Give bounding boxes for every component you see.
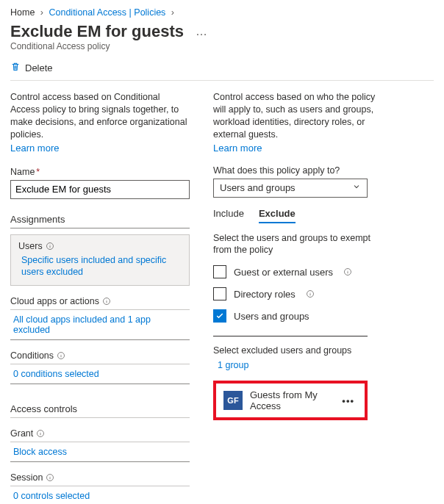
learn-more-link[interactable]: Learn more [10,143,190,154]
breadcrumb: Home › Conditional Access | Policies › [10,6,434,21]
left-panel: Control access based on Conditional Acce… [10,91,190,504]
checkbox-icon [213,265,226,278]
session-row[interactable]: Session 0 controls selected [10,472,190,504]
conditions-row[interactable]: Conditions 0 conditions selected [10,350,190,384]
include-exclude-tabs: Include Exclude [213,208,434,223]
tab-exclude[interactable]: Exclude [259,208,296,223]
checkbox-label: Users and groups [234,311,309,322]
name-input[interactable] [10,180,190,199]
info-icon[interactable] [306,289,315,298]
left-description: Control access based on Conditional Acce… [10,91,190,141]
checkbox-directory-roles[interactable]: Directory roles [213,287,434,300]
apply-to-value: Users and groups [220,182,296,193]
chevron-down-icon [352,182,361,193]
cloud-apps-label: Cloud apps or actions [10,296,99,306]
right-description: Control access based on who the policy w… [213,91,382,141]
assignments-header: Assignments [10,214,190,228]
exempt-description: Select the users and groups to exempt fr… [213,232,375,257]
page-title: Exclude EM for guests [10,22,184,41]
chevron-right-icon: › [171,7,174,18]
breadcrumb-home[interactable]: Home [10,7,35,18]
info-icon[interactable] [102,297,111,306]
excluded-group-highlight: GF Guests from My Access ••• [213,381,368,420]
cloud-apps-value: All cloud apps included and 1 app exclud… [10,310,190,340]
grant-label: Grant [10,428,33,439]
users-row[interactable]: Users Specific users included and specif… [10,234,190,287]
right-panel: Control access based on who the policy w… [213,91,434,504]
trash-icon [10,62,21,74]
access-controls-header: Access controls [10,403,190,418]
page-more-button[interactable]: … [191,26,212,37]
info-icon[interactable] [57,351,65,360]
delete-label: Delete [25,62,53,73]
checkbox-label: Directory roles [234,289,296,300]
page-subtitle: Conditional Access policy [10,41,434,51]
info-icon[interactable] [46,473,54,482]
group-more-button[interactable]: ••• [339,395,357,406]
chevron-right-icon: › [40,7,43,18]
checkbox-label: Guest or external users [234,267,333,278]
users-label: Users [18,241,43,251]
session-label: Session [10,472,43,483]
group-avatar: GF [223,391,243,410]
conditions-label: Conditions [10,350,54,361]
apply-to-select[interactable]: Users and groups [213,179,368,198]
divider [213,336,368,336]
checkbox-guest-external[interactable]: Guest or external users [213,265,434,278]
tab-include[interactable]: Include [213,208,244,223]
info-icon[interactable] [46,242,54,251]
learn-more-link[interactable]: Learn more [213,143,434,154]
required-indicator: * [36,167,40,177]
group-name: Guests from My Access [250,389,332,411]
cloud-apps-row[interactable]: Cloud apps or actions All cloud apps inc… [10,296,190,340]
apply-question-label: What does this policy apply to? [213,165,434,176]
session-value: 0 controls selected [10,486,190,504]
delete-button[interactable]: Delete [10,62,53,74]
checkbox-icon [213,287,226,300]
users-value: Specific users included and specific use… [18,254,182,278]
grant-value: Block access [10,442,190,462]
checkbox-icon-checked [213,309,226,323]
policy-editor-page: Home › Conditional Access | Policies › E… [0,0,444,504]
excluded-count-link[interactable]: 1 group [213,360,434,370]
breadcrumb-section[interactable]: Conditional Access | Policies [49,7,165,18]
command-bar: Delete [10,62,434,81]
info-icon[interactable] [36,429,45,438]
select-excluded-header: Select excluded users and groups [213,345,434,356]
grant-row[interactable]: Grant Block access [10,428,190,462]
conditions-value: 0 conditions selected [10,364,190,384]
name-label: Name* [10,167,190,177]
checkbox-users-groups[interactable]: Users and groups [213,309,434,323]
info-icon[interactable] [343,267,352,276]
